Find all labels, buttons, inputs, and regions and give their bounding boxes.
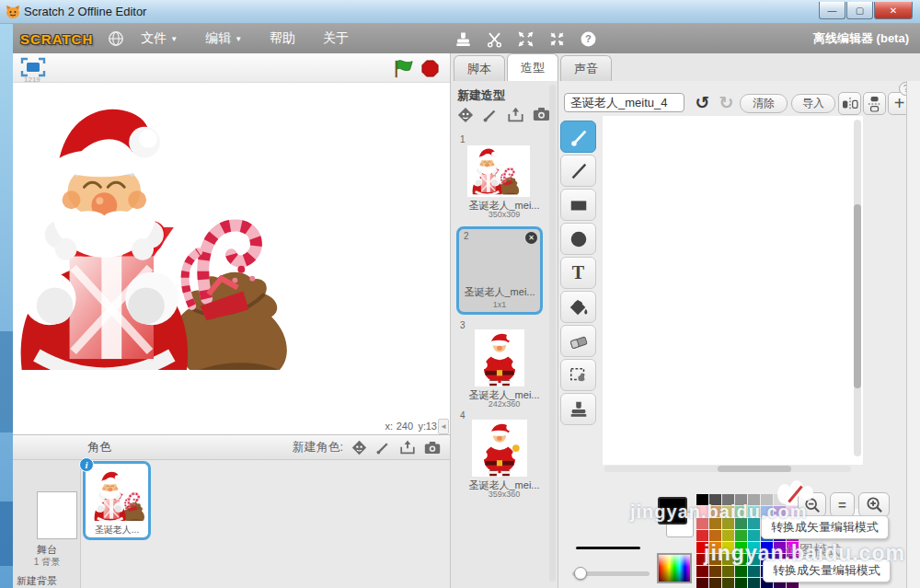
upload-costume-icon[interactable]	[507, 107, 524, 123]
duplicate-stamp-icon[interactable]	[454, 30, 472, 48]
santa-sprite-on-stage[interactable]	[13, 86, 287, 370]
canvas-horizontal-scrollbar[interactable]	[604, 466, 851, 472]
tab-sounds[interactable]: 声音	[560, 55, 612, 81]
palette-swatch[interactable]	[709, 566, 721, 577]
camera-costume-icon[interactable]	[533, 107, 550, 121]
close-button[interactable]: ✕	[874, 2, 913, 19]
grow-sprite-icon[interactable]	[517, 30, 535, 48]
palette-swatch[interactable]	[722, 566, 734, 577]
vertical-scroll-thumb[interactable]	[854, 204, 861, 388]
palette-swatch[interactable]	[748, 530, 760, 541]
brush-tool-icon[interactable]	[560, 121, 596, 153]
costume-4-thumbnail[interactable]	[472, 420, 527, 477]
costume-2-name: 圣诞老人_mei...	[459, 285, 540, 299]
palette-swatch[interactable]	[709, 530, 721, 541]
sprite-name-label: 圣诞老人...	[86, 524, 148, 536]
fullscreen-icon[interactable]	[20, 57, 46, 77]
menu-file[interactable]: 文件▼	[141, 30, 178, 47]
delete-scissors-icon[interactable]	[486, 30, 503, 48]
palette-swatch[interactable]	[748, 578, 760, 588]
zoom-reset-button[interactable]: =	[830, 492, 855, 517]
sprite-thumbnail-selected[interactable]: i 圣诞老人...	[83, 461, 151, 540]
paint-new-costume-icon[interactable]	[482, 107, 499, 123]
sprites-title: 角色	[87, 439, 111, 455]
select-tool-icon[interactable]	[560, 359, 596, 391]
menu-about[interactable]: 关于	[323, 30, 349, 47]
clear-button[interactable]: 清除	[740, 94, 788, 113]
cursor-tools: ?	[454, 30, 597, 48]
costume-3-size: 242x360	[451, 399, 558, 409]
flip-vertical-icon[interactable]	[863, 92, 886, 115]
palette-swatch[interactable]	[735, 530, 747, 541]
window-title: Scratch 2 Offline Editor	[24, 5, 146, 18]
delete-costume-icon[interactable]: ✕	[525, 232, 537, 244]
eraser-tool-icon[interactable]	[560, 325, 596, 357]
minimize-button[interactable]: —	[819, 2, 845, 19]
costume-list-panel: 新建造型 1 圣诞老人_mei... 350	[451, 81, 558, 588]
undo-icon[interactable]: ↺	[691, 91, 714, 114]
menu-help[interactable]: 帮助	[270, 30, 295, 47]
palette-swatch[interactable]	[709, 578, 721, 588]
ellipse-tool-icon[interactable]	[560, 223, 596, 255]
tab-scripts[interactable]: 脚本	[454, 55, 505, 81]
sprite-info-icon[interactable]: i	[79, 457, 94, 472]
fill-tool-icon[interactable]	[560, 291, 596, 323]
palette-swatch[interactable]	[696, 530, 708, 541]
language-globe-icon[interactable]	[108, 30, 124, 47]
palette-swatch[interactable]	[748, 566, 760, 577]
costume-list-scrollbar[interactable]	[549, 85, 556, 582]
app-icon	[6, 5, 20, 19]
collapse-stage-icon[interactable]: ◄	[438, 419, 449, 434]
zoom-in-icon[interactable]	[858, 492, 890, 517]
stage-view[interactable]	[13, 84, 450, 419]
horizontal-scroll-thumb[interactable]	[718, 466, 791, 472]
stage-selector-column[interactable]: 舞台 1 背景 新建背景	[13, 460, 81, 588]
costume-4-index: 4	[460, 410, 466, 421]
palette-swatch[interactable]	[696, 566, 708, 577]
line-tool-icon[interactable]	[560, 155, 596, 187]
paint-tools: T	[560, 121, 596, 425]
green-flag-icon[interactable]	[394, 59, 414, 79]
costume-library-icon[interactable]	[457, 107, 474, 123]
palette-swatch[interactable]	[722, 578, 734, 588]
palette-swatch[interactable]	[696, 578, 708, 588]
costume-3-thumbnail[interactable]	[475, 329, 524, 386]
camera-sprite-icon[interactable]	[424, 441, 441, 455]
watermark-text: jingyan.baidu.com	[630, 502, 808, 523]
backdrop-count: 1 背景	[13, 556, 81, 569]
brush-size-slider[interactable]	[572, 571, 650, 576]
stop-sign-icon[interactable]	[421, 60, 439, 77]
rainbow-color-picker[interactable]	[657, 553, 692, 583]
sprite-library-icon[interactable]	[351, 440, 367, 455]
rectangle-tool-icon[interactable]	[560, 189, 596, 221]
palette-swatch[interactable]	[735, 578, 747, 588]
block-help-icon[interactable]: ?	[580, 30, 597, 48]
costume-4-size: 359x360	[451, 490, 558, 499]
redo-icon[interactable]: ↻	[715, 91, 738, 114]
stage-thumbnail[interactable]	[37, 491, 77, 539]
text-tool-icon[interactable]: T	[560, 257, 596, 289]
slider-handle[interactable]	[574, 567, 587, 580]
maximize-button[interactable]: ▢	[846, 2, 873, 19]
scratch-logo[interactable]: SCRATCH	[20, 31, 93, 47]
stamp-tool-icon[interactable]	[560, 393, 596, 425]
version-label: 1219	[24, 75, 40, 84]
palette-swatch[interactable]	[735, 566, 747, 577]
upload-sprite-icon[interactable]	[399, 440, 416, 455]
costume-2-selected[interactable]: 2 ✕ 圣诞老人_mei... 1x1	[456, 226, 543, 315]
canvas-vertical-scrollbar[interactable]	[854, 120, 861, 456]
canvas-image	[603, 116, 863, 465]
costume-name-input[interactable]	[564, 93, 684, 112]
costume-2-size: 1x1	[459, 300, 540, 309]
menu-edit[interactable]: 编辑▼	[205, 30, 242, 47]
palette-swatch[interactable]	[722, 530, 734, 541]
import-button[interactable]: 导入	[791, 94, 835, 113]
paint-new-sprite-icon[interactable]	[375, 440, 391, 455]
tab-costumes[interactable]: 造型	[507, 53, 558, 81]
shrink-sprite-icon[interactable]	[548, 30, 566, 48]
tab-strip: 脚本 造型 声音	[451, 53, 920, 81]
costume-1-thumbnail[interactable]	[467, 145, 530, 197]
flip-horizontal-icon[interactable]	[838, 92, 861, 115]
paint-canvas[interactable]	[603, 116, 863, 465]
paint-editor: ↺ ↻ 清除 导入 + ?	[558, 81, 906, 588]
